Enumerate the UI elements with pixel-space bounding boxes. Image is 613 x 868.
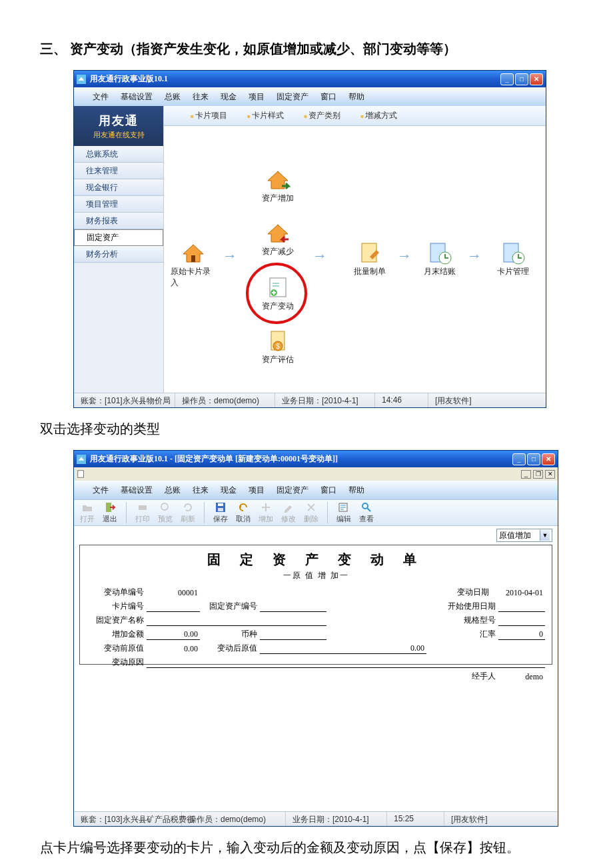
svg-point-16 — [161, 503, 168, 510]
combo-value: 原值增加 — [499, 530, 531, 541]
mdi-minimize[interactable]: _ — [521, 470, 531, 479]
menu-help[interactable]: 帮助 — [348, 485, 364, 496]
status-oper: 操作员：demo(demo) — [175, 393, 275, 407]
tab-inc-dec[interactable]: 增减方式 — [360, 110, 397, 121]
menu-fa[interactable]: 固定资产 — [277, 485, 308, 496]
tool-save[interactable]: 保存 — [211, 501, 230, 524]
label-doc-date: 变动日期 — [432, 587, 492, 598]
node-asset-eval[interactable]: $ 资产评估 — [255, 327, 301, 365]
sidebar-item-report[interactable]: 财务报表 — [74, 213, 163, 229]
mdi-doc-icon — [77, 469, 86, 479]
floppy-icon — [215, 501, 227, 513]
menu-gl[interactable]: 总账 — [165, 91, 181, 103]
search-icon — [360, 501, 372, 513]
node-card-input[interactable]: 原始卡片录入 — [171, 239, 216, 289]
svg-point-21 — [362, 503, 368, 509]
document-pencil-icon — [356, 239, 383, 266]
close-button[interactable]: ✕ — [530, 73, 543, 85]
node-card-mgmt[interactable]: 卡片管理 — [490, 239, 536, 277]
field-card-no[interactable] — [147, 611, 200, 612]
sidebar-item-analysis[interactable]: 财务分析 — [74, 246, 163, 263]
menubar-1: 文件 基础设置 总账 往来 现金 项目 固定资产 窗口 帮助 — [74, 87, 546, 106]
form-title: 固 定 资 产 变 动 单 — [87, 551, 545, 569]
document-clock-blue-icon — [500, 239, 526, 266]
sidebar-item-fa[interactable]: 固定资产 — [74, 229, 163, 246]
maximize-button[interactable]: □ — [515, 73, 528, 85]
sidebar: 用友通 用友通在线支持 总账系统 往来管理 现金银行 项目管理 财务报表 固定资… — [74, 106, 164, 393]
doc-heading: 三、 资产变动（指资产发生变化，如原值增加或减少、部门变动等等） — [40, 40, 573, 58]
doc-bottom-text: 点卡片编号选择要变动的卡片，输入变动后的金额及变动原因，点【保存】按钮。 — [40, 839, 573, 857]
field-asset-name[interactable] — [147, 625, 326, 626]
menu-cash[interactable]: 现金 — [221, 91, 237, 103]
refresh-icon — [182, 501, 194, 513]
mdi-restore[interactable]: ❐ — [533, 470, 543, 479]
menu-project[interactable]: 项目 — [249, 91, 265, 103]
tool-delete: 删除 — [302, 501, 320, 524]
field-after[interactable]: 0.00 — [260, 643, 426, 654]
tabbar: 卡片项目 卡片样式 资产类别 增减方式 — [164, 106, 546, 126]
change-type-combo[interactable]: 原值增加 ▼ — [496, 529, 552, 542]
minimize-button[interactable]: _ — [512, 453, 526, 465]
sidebar-item-project[interactable]: 项目管理 — [74, 196, 163, 213]
chevron-down-icon: ▼ — [540, 530, 550, 541]
brand-line1: 用友通 — [99, 113, 139, 129]
maximize-button[interactable]: □ — [527, 453, 540, 465]
mdi-close[interactable]: ✕ — [545, 470, 555, 479]
menu-fa[interactable]: 固定资产 — [277, 91, 308, 103]
tab-card-item[interactable]: 卡片项目 — [191, 110, 227, 121]
arrow-icon: → — [223, 247, 237, 265]
field-asset-no[interactable] — [260, 611, 326, 612]
tool-exit[interactable]: 退出 — [101, 501, 119, 524]
sidebar-item-cash[interactable]: 现金银行 — [74, 179, 163, 196]
house-arrow-in-icon — [265, 166, 291, 193]
workflow-canvas: 卡片项目 卡片样式 资产类别 增减方式 原始卡片录入 资产增加 资产减少 — [164, 106, 546, 393]
svg-text:$: $ — [276, 343, 280, 350]
mdi-bar: _ ❐ ✕ — [74, 467, 558, 481]
menu-help[interactable]: 帮助 — [348, 91, 364, 103]
minimize-button[interactable]: _ — [500, 73, 514, 85]
menu-file[interactable]: 文件 — [93, 91, 109, 103]
status-acct: 账套：[103]永兴县矿产品税费征 — [74, 812, 182, 826]
sidebar-item-gl[interactable]: 总账系统 — [74, 146, 163, 163]
svg-rect-18 — [218, 503, 223, 506]
doc-mid-text: 双击选择变动的类型 — [40, 420, 573, 438]
field-rate[interactable]: 0 — [498, 629, 545, 640]
tool-edit[interactable]: 编辑 — [334, 501, 353, 524]
menu-base[interactable]: 基础设置 — [121, 485, 153, 496]
field-reason[interactable] — [147, 667, 545, 668]
field-spec[interactable] — [498, 625, 545, 626]
sidebar-item-ar[interactable]: 往来管理 — [74, 163, 163, 179]
close-button[interactable]: ✕ — [542, 453, 555, 465]
status-oper: 操作员：demo(demo) — [182, 812, 286, 826]
node-batch[interactable]: 批量制单 — [347, 239, 392, 277]
app-icon — [77, 75, 86, 84]
node-monthend[interactable]: 月末结账 — [417, 239, 462, 277]
menu-file[interactable]: 文件 — [93, 485, 109, 496]
menu-window[interactable]: 窗口 — [320, 91, 336, 103]
menu-base[interactable]: 基础设置 — [121, 91, 153, 103]
node-asset-change[interactable]: 资产变动 — [255, 274, 301, 312]
menu-window[interactable]: 窗口 — [320, 485, 336, 496]
brand-line2[interactable]: 用友通在线支持 — [93, 130, 145, 140]
status-company: [用友软件] — [444, 812, 558, 826]
menu-ar[interactable]: 往来 — [193, 91, 209, 103]
node-asset-sub[interactable]: 资产减少 — [255, 219, 301, 257]
menu-cash[interactable]: 现金 — [221, 485, 237, 496]
form-subtitle: 一原 值 增 加一 — [87, 570, 545, 581]
document-dollar-icon: $ — [265, 327, 291, 354]
menu-gl[interactable]: 总账 — [165, 485, 181, 496]
tool-cancel[interactable]: 取消 — [234, 501, 253, 524]
tab-card-style[interactable]: 卡片样式 — [247, 110, 284, 121]
status-acct: 账套：[101]永兴县物价局 — [74, 393, 175, 407]
tool-view[interactable]: 查看 — [357, 501, 376, 524]
node-asset-add[interactable]: 资产增加 — [255, 166, 301, 204]
field-start-date[interactable] — [498, 611, 545, 612]
menu-project[interactable]: 项目 — [249, 485, 265, 496]
field-currency[interactable] — [260, 639, 326, 640]
tab-asset-type[interactable]: 资产类别 — [304, 110, 340, 121]
field-add-amt[interactable]: 0.00 — [147, 629, 200, 640]
arrow-icon: → — [312, 247, 327, 265]
menu-ar[interactable]: 往来 — [193, 485, 209, 496]
app-window-1: 用友通行政事业版10.1 _ □ ✕ 文件 基础设置 总账 往来 现金 项目 固… — [73, 70, 546, 408]
toolbar-2: 打开 退出 打印 预览 刷新 保存 取消 增加 修改 删除 编辑 查看 — [74, 499, 558, 526]
